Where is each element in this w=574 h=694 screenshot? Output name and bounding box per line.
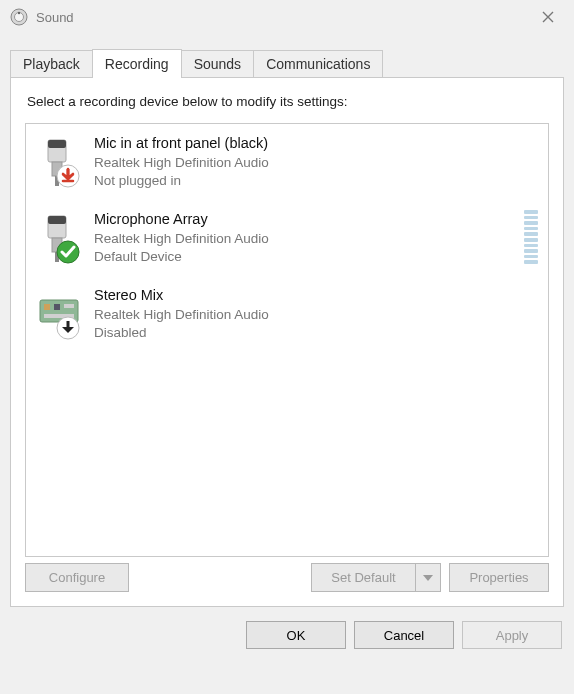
svg-rect-4 <box>48 140 66 148</box>
tab-sounds[interactable]: Sounds <box>181 50 254 77</box>
device-status: Disabled <box>94 324 538 342</box>
svg-rect-16 <box>64 304 74 308</box>
level-meter <box>524 210 538 264</box>
properties-button[interactable]: Properties <box>449 563 549 592</box>
device-status: Default Device <box>94 248 518 266</box>
device-info: Microphone ArrayRealtek High Definition … <box>94 210 518 266</box>
sound-dialog: Sound Playback Recording Sounds Communic… <box>0 0 574 694</box>
device-row[interactable]: Stereo MixRealtek High Definition AudioD… <box>26 276 548 352</box>
device-driver: Realtek High Definition Audio <box>94 230 518 248</box>
device-name: Microphone Array <box>94 210 518 230</box>
cancel-button[interactable]: Cancel <box>354 621 454 649</box>
device-status: Not plugged in <box>94 172 538 190</box>
titlebar: Sound <box>0 0 574 34</box>
svg-rect-9 <box>48 216 66 224</box>
close-button[interactable] <box>528 3 568 31</box>
sound-app-icon <box>10 8 28 26</box>
device-icon <box>34 134 82 188</box>
tab-recording[interactable]: Recording <box>92 49 182 78</box>
device-name: Stereo Mix <box>94 286 538 306</box>
panel-button-row: Configure Set Default Properties <box>25 563 549 592</box>
apply-button[interactable]: Apply <box>462 621 562 649</box>
device-row[interactable]: Microphone ArrayRealtek High Definition … <box>26 200 548 276</box>
panel-instruction: Select a recording device below to modif… <box>27 94 549 109</box>
device-driver: Realtek High Definition Audio <box>94 154 538 172</box>
device-row[interactable]: Mic in at front panel (black)Realtek Hig… <box>26 124 548 200</box>
svg-rect-15 <box>54 304 60 310</box>
configure-button[interactable]: Configure <box>25 563 129 592</box>
tab-strip: Playback Recording Sounds Communications <box>10 48 564 77</box>
svg-point-2 <box>18 12 20 14</box>
set-default-button[interactable]: Set Default <box>311 563 415 592</box>
tab-playback[interactable]: Playback <box>10 50 93 77</box>
device-driver: Realtek High Definition Audio <box>94 306 538 324</box>
tab-panel-recording: Select a recording device below to modif… <box>10 77 564 607</box>
svg-rect-14 <box>44 304 50 310</box>
device-info: Stereo MixRealtek High Definition AudioD… <box>94 286 538 342</box>
set-default-dropdown[interactable] <box>415 563 441 592</box>
device-list[interactable]: Mic in at front panel (black)Realtek Hig… <box>25 123 549 557</box>
device-icon <box>34 286 82 340</box>
dialog-footer: OK Cancel Apply <box>0 607 574 649</box>
window-title: Sound <box>36 10 528 25</box>
tab-communications[interactable]: Communications <box>253 50 383 77</box>
device-icon <box>34 210 82 264</box>
device-info: Mic in at front panel (black)Realtek Hig… <box>94 134 538 190</box>
device-name: Mic in at front panel (black) <box>94 134 538 154</box>
ok-button[interactable]: OK <box>246 621 346 649</box>
